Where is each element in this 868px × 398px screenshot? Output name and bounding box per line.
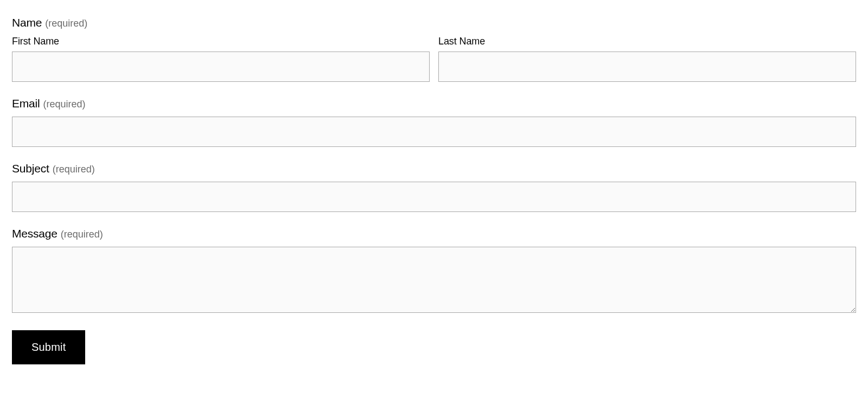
name-field-group: Name (required) First Name Last Name — [12, 16, 856, 82]
first-name-column: First Name — [12, 36, 430, 82]
message-label: Message — [12, 227, 58, 240]
email-label-row: Email (required) — [12, 97, 856, 110]
subject-input[interactable] — [12, 182, 856, 212]
email-field-group: Email (required) — [12, 97, 856, 147]
email-required-text: (required) — [43, 99, 86, 110]
message-label-row: Message (required) — [12, 227, 856, 240]
contact-form: Name (required) First Name Last Name Ema… — [12, 16, 856, 364]
name-label: Name — [12, 16, 42, 29]
message-textarea[interactable] — [12, 247, 856, 313]
subject-field-group: Subject (required) — [12, 162, 856, 212]
name-inputs-row: First Name Last Name — [12, 36, 856, 82]
message-field-group: Message (required) — [12, 227, 856, 315]
subject-label: Subject — [12, 162, 49, 175]
name-required-text: (required) — [45, 18, 87, 29]
first-name-input[interactable] — [12, 52, 430, 82]
name-label-row: Name (required) — [12, 16, 856, 29]
submit-button[interactable]: Submit — [12, 330, 85, 364]
email-input[interactable] — [12, 117, 856, 147]
subject-label-row: Subject (required) — [12, 162, 856, 175]
last-name-input[interactable] — [438, 52, 856, 82]
first-name-label: First Name — [12, 36, 430, 47]
last-name-label: Last Name — [438, 36, 856, 47]
last-name-column: Last Name — [438, 36, 856, 82]
subject-required-text: (required) — [53, 164, 95, 175]
message-required-text: (required) — [61, 229, 103, 240]
email-label: Email — [12, 97, 40, 110]
